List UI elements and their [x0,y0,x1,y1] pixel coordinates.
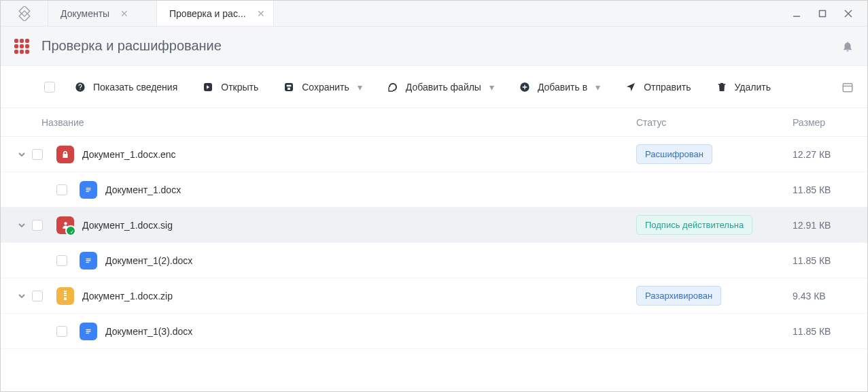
table-row[interactable]: Документ_1.docx.zip Разархивирован 9.43 … [1,278,867,314]
add-to-button[interactable]: Добавить в ▾ [519,81,600,93]
button-label: Добавить в [538,82,587,93]
file-name: Документ_1(2).docx [105,255,636,266]
row-checkbox[interactable] [32,291,43,301]
file-name: Документ_1.docx.sig [82,220,636,231]
file-zip-icon [56,287,74,305]
table-row[interactable]: Документ_1.docx 11.85 КВ [1,172,867,208]
svg-rect-22 [64,295,67,296]
expand-toggle[interactable] [14,292,29,300]
bell-icon[interactable] [841,40,854,52]
table-row[interactable]: Документ_1(2).docx 11.85 КВ [1,243,867,278]
expand-toggle[interactable] [14,221,29,229]
row-checkbox[interactable] [56,184,67,195]
file-doc-icon [80,323,97,340]
close-window-icon[interactable] [844,10,852,18]
file-name: Документ_1.docx.enc [82,149,636,160]
button-label: Открыть [221,82,258,93]
file-size: 11.85 КВ [793,326,854,337]
file-doc-icon [80,181,97,199]
chevron-down-icon: ▾ [358,82,362,93]
tabs: Документы ✕ Проверка и рас... ✕ [48,1,778,26]
row-checkbox[interactable] [56,326,67,337]
app-logo[interactable] [1,1,48,26]
col-name[interactable]: Название [41,117,636,128]
window-controls [778,1,867,26]
tab-documents[interactable]: Документы ✕ [48,1,157,26]
chevron-down-icon: ▾ [489,82,494,93]
open-button[interactable]: Открыть [202,81,258,93]
svg-rect-20 [64,291,67,292]
file-name: Документ_1(3).docx [105,326,636,337]
table-header: Название Статус Размер [1,108,867,137]
tab-label: Документы [60,8,109,19]
svg-point-23 [64,297,67,299]
add-to-icon [519,81,531,93]
col-status[interactable]: Статус [636,117,793,128]
file-name: Документ_1.docx.zip [82,291,636,301]
tab-verify-decrypt[interactable]: Проверка и рас... ✕ [157,1,274,26]
svg-rect-21 [64,293,67,294]
select-all-checkbox[interactable] [44,82,55,93]
button-label: Сохранить [302,82,349,93]
apps-grid-icon[interactable] [14,39,29,54]
button-label: Показать сведения [93,82,177,93]
chevron-down-icon: ▾ [595,82,600,93]
info-icon [74,81,86,93]
maximize-icon[interactable] [818,10,827,18]
save-icon [283,81,295,93]
delete-button[interactable]: Удалить [716,81,771,93]
show-details-button[interactable]: Показать сведения [74,81,177,93]
col-size[interactable]: Размер [793,117,854,128]
send-icon [625,81,637,93]
row-checkbox[interactable] [32,220,43,231]
file-size: 11.85 КВ [793,255,854,266]
minimize-icon[interactable] [793,10,801,18]
file-enc-icon [56,146,74,163]
table-row[interactable]: Документ_1(3).docx 11.85 КВ [1,314,867,349]
status-badge: Расшифрован [636,144,712,164]
tab-label: Проверка и рас... [169,8,246,19]
add-files-icon [387,81,399,93]
file-name: Документ_1.docx [105,184,636,195]
close-icon[interactable]: ✕ [256,7,266,20]
status-badge: Разархивирован [636,286,721,306]
trash-icon [716,81,728,93]
row-checkbox[interactable] [32,149,43,160]
expand-toggle[interactable] [14,150,29,159]
page-header: Проверка и расшифрование [1,27,867,66]
file-doc-icon [80,252,97,270]
svg-point-7 [80,88,80,89]
save-button[interactable]: Сохранить ▾ [283,81,362,93]
svg-point-16 [64,222,67,225]
file-size: 12.91 КВ [793,220,854,231]
page-title: Проверка и расшифрование [41,38,841,54]
button-label: Добавить файлы [406,82,481,93]
svg-rect-11 [843,83,852,91]
add-files-button[interactable]: Добавить файлы ▾ [387,81,494,93]
send-button[interactable]: Отправить [625,81,691,93]
titlebar: Документы ✕ Проверка и рас... ✕ [1,1,867,27]
file-size: 12.27 КВ [793,149,854,160]
status-badge: Подпись действительна [636,215,752,235]
table-row[interactable]: ✓ Документ_1.docx.sig Подпись действител… [1,208,867,243]
close-icon[interactable]: ✕ [119,7,130,20]
table-row[interactable]: Документ_1.docx.enc Расшифрован 12.27 КВ [1,137,867,172]
open-icon [202,81,214,93]
file-size: 11.85 КВ [793,184,854,195]
svg-rect-9 [285,83,293,91]
file-size: 9.43 КВ [793,291,854,301]
calendar-icon[interactable] [841,81,854,93]
row-checkbox[interactable] [56,255,67,266]
file-sig-icon: ✓ [56,216,74,234]
button-label: Отправить [644,82,691,93]
toolbar: Показать сведения Открыть Сохранить ▾ До… [1,66,867,108]
button-label: Удалить [735,82,771,93]
svg-rect-3 [820,10,826,16]
